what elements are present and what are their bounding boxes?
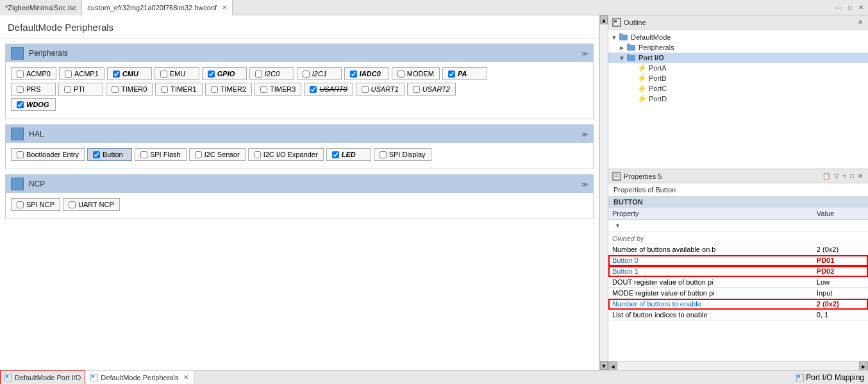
peri-cmu-check[interactable] [113, 71, 120, 78]
peri-timer2[interactable]: TIMER2 [205, 83, 252, 96]
ncp-uart-check[interactable] [69, 201, 76, 208]
peri-pti[interactable]: PTI [58, 83, 103, 96]
hal-i2c-sensor-check[interactable] [195, 151, 202, 158]
tab-zigbee[interactable]: *ZigbeeMinimalSoc.isc [0, 0, 82, 15]
tree-icon-portd: ⚡ [637, 94, 647, 103]
peri-modem[interactable]: MODEM [392, 67, 440, 80]
peri-pa[interactable]: PA [442, 67, 487, 80]
props-mode-row: MODE register value of button pi Input [608, 288, 868, 299]
tab-hwconf-close[interactable]: ✕ [222, 4, 227, 11]
outline-close[interactable]: ✕ [856, 19, 864, 26]
ncp-uart[interactable]: UART NCP [63, 198, 120, 211]
peri-emu-check[interactable] [160, 71, 167, 78]
peri-usart0[interactable]: USART0 [304, 83, 353, 96]
bottom-tab-portio[interactable]: DefaultMode Port I/O [0, 371, 85, 385]
peri-timer3-check[interactable] [260, 86, 267, 93]
hal-i2c-expander[interactable]: I2C I/O Expander [248, 148, 324, 161]
props-collapse-btn[interactable]: ▿ [842, 172, 847, 179]
section-peripherals-header[interactable]: Peripherals ≫ [6, 44, 593, 62]
tree-label-portb: PortB [649, 74, 667, 82]
hal-i2c-expander-check[interactable] [254, 151, 261, 158]
left-scrollbar[interactable]: ▲ ▼ [599, 15, 608, 370]
peri-wdog[interactable]: WDOG [11, 98, 56, 111]
peri-usart2-check[interactable] [413, 86, 420, 93]
peri-pti-check[interactable] [64, 86, 71, 93]
tree-toggle-peripherals[interactable]: ► [619, 44, 626, 51]
hal-i2c-sensor[interactable]: I2C Sensor [189, 148, 246, 161]
props-filter-btn[interactable]: ▽ [833, 172, 840, 179]
peri-iadc0-check[interactable] [350, 71, 357, 78]
peri-timer1[interactable]: TIMER1 [155, 83, 202, 96]
peri-usart2[interactable]: USART2 [407, 83, 456, 96]
scroll-down-btn[interactable]: ▼ [600, 361, 608, 370]
hal-spi-display-check[interactable] [380, 151, 387, 158]
peri-wdog-check[interactable] [17, 101, 24, 108]
hal-led-check[interactable] [332, 151, 339, 158]
hal-bootloader[interactable]: Bootloader Entry [11, 148, 85, 161]
section-hal-header[interactable]: HAL ≫ [6, 125, 593, 143]
peri-emu[interactable]: EMU [154, 67, 199, 80]
hal-button[interactable]: Button [87, 148, 132, 161]
peri-acmp1-check[interactable] [65, 71, 72, 78]
peri-i2c1-check[interactable] [303, 71, 310, 78]
tree-toggle-defaultmode[interactable]: ▼ [611, 34, 619, 41]
tree-peripherals[interactable]: ► Peripherals [608, 42, 868, 53]
peri-cmu[interactable]: CMU [107, 67, 152, 80]
peri-acmp0-check[interactable] [17, 71, 24, 78]
ncp-spi-check[interactable] [17, 201, 24, 208]
scroll-up-btn[interactable]: ▲ [600, 15, 608, 24]
peri-acmp0[interactable]: ACMP0 [11, 67, 56, 80]
hal-spi-flash-check[interactable] [140, 151, 147, 158]
props-max-btn[interactable]: □ [849, 172, 855, 179]
hscroll-right[interactable]: ► [859, 362, 868, 371]
peri-gpio[interactable]: GPIO [202, 67, 247, 80]
tree-portc[interactable]: ⚡ PortC [608, 83, 868, 94]
win-minimize[interactable]: — [833, 4, 844, 11]
peri-usart1-check[interactable] [362, 86, 369, 93]
peri-i2c0[interactable]: I2C0 [249, 67, 294, 80]
section-ncp-header[interactable]: NCP ≫ [6, 175, 593, 193]
tree-defaultmode[interactable]: ▼ DefaultMode [608, 32, 868, 42]
tree-portb[interactable]: ⚡ PortB [608, 73, 868, 83]
hal-led[interactable]: LED [326, 148, 371, 161]
peri-usart1[interactable]: USART1 [356, 83, 405, 96]
peri-timer3[interactable]: TIMER3 [255, 83, 301, 96]
peri-i2c1[interactable]: I2C1 [297, 67, 342, 80]
win-restore[interactable]: ✕ [856, 4, 865, 11]
hal-button-check[interactable] [93, 151, 100, 158]
props-close-btn[interactable]: ✕ [856, 172, 864, 179]
section-peripherals-icon [11, 47, 24, 60]
tree-porta[interactable]: ⚡ PortA [608, 63, 868, 73]
section-ncp-collapse[interactable]: ≫ [581, 181, 588, 188]
tab-hwconf[interactable]: custom_efr32mg21a020f768im32.hwconf ✕ [82, 0, 233, 15]
bottom-tab-peripherals-close[interactable]: ✕ [183, 374, 188, 381]
peri-timer0[interactable]: TIMER0 [106, 83, 153, 96]
hal-bootloader-check[interactable] [17, 151, 24, 158]
peri-timer2-check[interactable] [211, 86, 218, 93]
props-export-btn[interactable]: 📋 [821, 172, 831, 179]
ncp-spi[interactable]: SPI NCP [11, 198, 60, 211]
peri-pa-check[interactable] [448, 71, 455, 78]
peri-usart0-check[interactable] [310, 86, 317, 93]
peri-i2c0-check[interactable] [255, 71, 262, 78]
section-peripherals-collapse[interactable]: ≫ [581, 50, 588, 57]
peri-timer1-check[interactable] [161, 86, 168, 93]
win-maximize[interactable]: □ [846, 4, 854, 11]
peri-prs[interactable]: PRS [11, 83, 56, 96]
hal-spi-display[interactable]: SPI Display [374, 148, 431, 161]
peri-timer0-check[interactable] [112, 86, 119, 93]
peri-modem-check[interactable] [397, 71, 405, 78]
tree-toggle-portio[interactable]: ▼ [619, 54, 626, 62]
bottom-tab-peripherals[interactable]: DefaultMode Peripherals ✕ [85, 371, 194, 385]
peri-iadc0[interactable]: IADC0 [344, 67, 389, 80]
tab-hwconf-label: custom_efr32mg21a020f768im32.hwconf [87, 4, 217, 12]
section-hal-collapse[interactable]: ≫ [581, 131, 588, 138]
tree-portd[interactable]: ⚡ PortD [608, 94, 868, 104]
peri-prs-check[interactable] [17, 86, 24, 93]
peri-acmp1[interactable]: ACMP1 [59, 67, 104, 80]
hal-spi-flash[interactable]: SPI Flash [135, 148, 187, 161]
props-hscrollbar[interactable]: ◄ ► [608, 361, 868, 370]
peri-gpio-check[interactable] [208, 71, 215, 78]
hscroll-left[interactable]: ◄ [608, 362, 617, 371]
tree-portio[interactable]: ▼ Port I/O [608, 53, 868, 63]
